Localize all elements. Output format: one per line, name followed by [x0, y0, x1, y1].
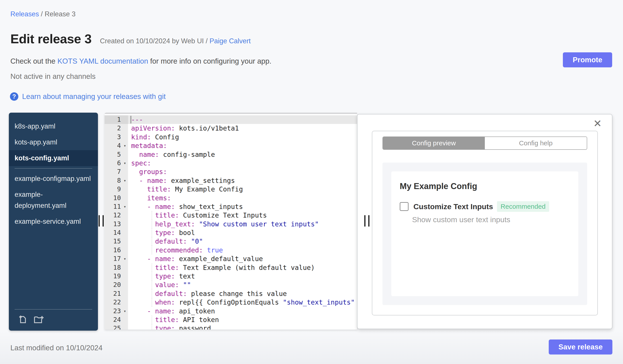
file-item-example-deployment.yaml[interactable]: example-deployment.yaml	[9, 187, 98, 214]
code-text[interactable]: - name: show_text_inputs	[128, 202, 357, 211]
code-text[interactable]: - name: example_settings	[128, 176, 357, 185]
yaml-editor[interactable]: 1---2apiVersion: kots.io/v1beta13kind: C…	[105, 113, 357, 329]
line-number: 1	[105, 115, 123, 124]
editor-line-25[interactable]: 25 type: password	[105, 324, 357, 329]
editor-line-19[interactable]: 19 type: text	[105, 272, 357, 281]
editor-line-16[interactable]: 16 recommended: true	[105, 246, 357, 254]
code-text[interactable]: default: "0"	[128, 237, 357, 246]
editor-line-15[interactable]: 15 default: "0"	[105, 237, 357, 246]
promote-button[interactable]: Promote	[563, 52, 612, 67]
editor-line-5[interactable]: 5 name: config-sample	[105, 150, 357, 159]
fold-toggle-icon[interactable]: ▾	[124, 159, 126, 167]
code-text[interactable]: title: Customize Text Inputs	[128, 211, 357, 220]
code-text[interactable]: type: bool	[128, 228, 357, 237]
created-by-link[interactable]: Paige Calvert	[210, 37, 251, 45]
file-item-example-configmap.yaml[interactable]: example-configmap.yaml	[9, 171, 98, 187]
tab-config-help[interactable]: Config help	[485, 137, 587, 149]
editor-line-22[interactable]: 22 when: repl{{ ConfigOptionEquals "show…	[105, 298, 357, 306]
fold-toggle-icon[interactable]: ▾	[124, 141, 126, 150]
config-item-row: Customize Text Inputs Recommended	[400, 201, 570, 212]
save-release-button[interactable]: Save release	[549, 340, 612, 355]
kots-yaml-docs-link[interactable]: KOTS YAML documentation	[58, 57, 148, 65]
fold-column	[123, 315, 128, 324]
fold-toggle-icon[interactable]: ▾	[124, 307, 126, 315]
config-preview-panel: ✕ Config previewConfig help My Example C…	[357, 114, 612, 329]
editor-line-18[interactable]: 18 title: Text Example (with default val…	[105, 263, 357, 272]
docs-prefix: Check out the	[10, 57, 58, 65]
file-item-kots-config.yaml[interactable]: kots-config.yaml	[9, 150, 98, 166]
code-text[interactable]: title: My Example Config	[128, 185, 357, 194]
customize-text-inputs-checkbox[interactable]	[400, 202, 409, 211]
editor-line-2[interactable]: 2apiVersion: kots.io/v1beta1	[105, 124, 357, 133]
fold-column	[123, 220, 128, 228]
editor-line-9[interactable]: 9 title: My Example Config	[105, 185, 357, 194]
fold-column: ▾	[123, 254, 128, 263]
new-file-icon[interactable]	[18, 314, 28, 324]
editor-line-1[interactable]: 1---	[105, 115, 357, 124]
code-text[interactable]: - name: example_default_value	[128, 254, 357, 263]
code-text[interactable]: spec:	[128, 159, 357, 167]
fold-column: ▾	[123, 176, 128, 185]
code-text[interactable]: title: API token	[128, 315, 357, 324]
editor-line-12[interactable]: 12 title: Customize Text Inputs	[105, 211, 357, 220]
fold-toggle-icon[interactable]: ▾	[124, 254, 126, 263]
code-text[interactable]: type: password	[128, 324, 357, 329]
editor-line-11[interactable]: 11▾ - name: show_text_inputs	[105, 202, 357, 211]
code-text[interactable]: when: repl{{ ConfigOptionEquals "show_te…	[128, 298, 357, 306]
fold-toggle-icon[interactable]: ▾	[124, 176, 126, 185]
code-text[interactable]: type: text	[128, 272, 357, 281]
code-text[interactable]: recommended: true	[128, 246, 357, 254]
code-text[interactable]: ---	[128, 115, 357, 124]
git-releases-link[interactable]: Learn about managing your releases with …	[22, 92, 166, 101]
editor-line-7[interactable]: 7 groups:	[105, 167, 357, 176]
code-text[interactable]: name: config-sample	[128, 150, 357, 159]
code-text[interactable]: items:	[128, 194, 357, 202]
file-item-kots-app.yaml[interactable]: kots-app.yaml	[9, 134, 98, 150]
code-text[interactable]: groups:	[128, 167, 357, 176]
resize-handle-left[interactable]	[99, 215, 104, 227]
file-item-example-service.yaml[interactable]: example-service.yaml	[9, 214, 98, 229]
preview-tabs: Config previewConfig help	[382, 137, 587, 150]
editor-line-10[interactable]: 10 items:	[105, 194, 357, 202]
editor-line-6[interactable]: 6▾spec:	[105, 159, 357, 167]
editor-line-3[interactable]: 3kind: Config	[105, 133, 357, 141]
line-number: 18	[105, 263, 123, 272]
editor-line-4[interactable]: 4▾metadata:	[105, 141, 357, 150]
code-text[interactable]: kind: Config	[128, 133, 357, 141]
help-question-icon[interactable]: ?	[10, 92, 18, 101]
config-preview-card: Config previewConfig help My Example Con…	[372, 131, 598, 315]
breadcrumb-releases-link[interactable]: Releases	[10, 10, 39, 18]
line-number: 21	[105, 289, 123, 298]
code-text[interactable]: default: please change this value	[128, 289, 357, 298]
fold-toggle-icon[interactable]: ▾	[124, 202, 126, 211]
editor-line-14[interactable]: 14 type: bool	[105, 228, 357, 237]
title-row: Edit release 3 Created on 10/10/2024 by …	[10, 31, 251, 46]
code-text[interactable]: value: ""	[128, 281, 357, 289]
code-text[interactable]: metadata:	[128, 141, 357, 150]
fold-column	[123, 237, 128, 246]
resize-handle-right[interactable]	[364, 215, 369, 227]
config-group-card: My Example Config Customize Text Inputs …	[391, 171, 578, 296]
editor-line-17[interactable]: 17▾ - name: example_default_value	[105, 254, 357, 263]
close-icon[interactable]: ✕	[593, 118, 602, 129]
code-text[interactable]: - name: api_token	[128, 307, 357, 315]
tab-config-preview[interactable]: Config preview	[383, 137, 485, 149]
line-number: 24	[105, 315, 123, 324]
code-text[interactable]: apiVersion: kots.io/v1beta1	[128, 124, 357, 133]
fold-column	[123, 185, 128, 194]
editor-line-13[interactable]: 13 help_text: "Show custom user text inp…	[105, 220, 357, 228]
fold-column	[123, 115, 128, 124]
editor-line-23[interactable]: 23▾ - name: api_token	[105, 307, 357, 315]
editor-line-24[interactable]: 24 title: API token	[105, 315, 357, 324]
created-info: Created on 10/10/2024 by Web UI / Paige …	[100, 37, 251, 45]
code-text[interactable]: help_text: "Show custom user text inputs…	[128, 220, 357, 228]
editor-line-20[interactable]: 20 value: ""	[105, 281, 357, 289]
breadcrumb-separator: /	[39, 10, 45, 18]
file-item-k8s-app.yaml[interactable]: k8s-app.yaml	[9, 118, 98, 134]
fold-column: ▾	[123, 159, 128, 167]
code-text[interactable]: title: Text Example (with default value)	[128, 263, 357, 272]
line-number: 5	[105, 150, 123, 159]
editor-line-8[interactable]: 8▾ - name: example_settings	[105, 176, 357, 185]
editor-line-21[interactable]: 21 default: please change this value	[105, 289, 357, 298]
new-folder-icon[interactable]	[33, 314, 44, 324]
